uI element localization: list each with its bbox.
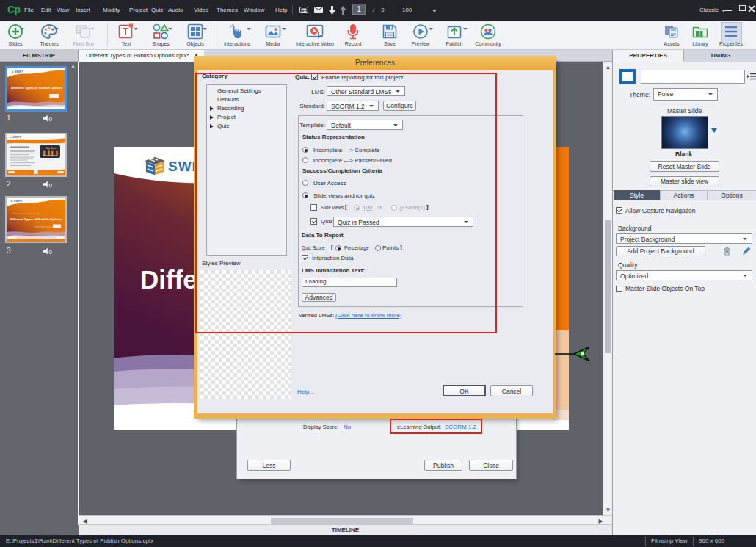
svg-text:Different Types of Publish Opt: Different Types of Publish Options: [11, 86, 63, 90]
svg-text:■ SWIFT: ■ SWIFT: [12, 70, 24, 73]
svg-text:Step Timer: Step Timer: [46, 147, 57, 150]
svg-text:■ SWIFT: ■ SWIFT: [11, 199, 23, 203]
svg-text:Different Types of Publish Opt: Different Types of Publish Options: [10, 217, 62, 221]
svg-text:0: 0: [49, 182, 53, 189]
svg-text:▌▐: ▌▐: [43, 150, 50, 156]
svg-text:■ SWIFT: ■ SWIFT: [10, 136, 21, 139]
svg-text:0: 0: [49, 116, 53, 123]
svg-text:▌▐: ▌▐: [51, 150, 58, 156]
svg-text:Thank you for watching: Thank you for watching: [12, 212, 39, 215]
svg-text:0: 0: [49, 249, 53, 256]
